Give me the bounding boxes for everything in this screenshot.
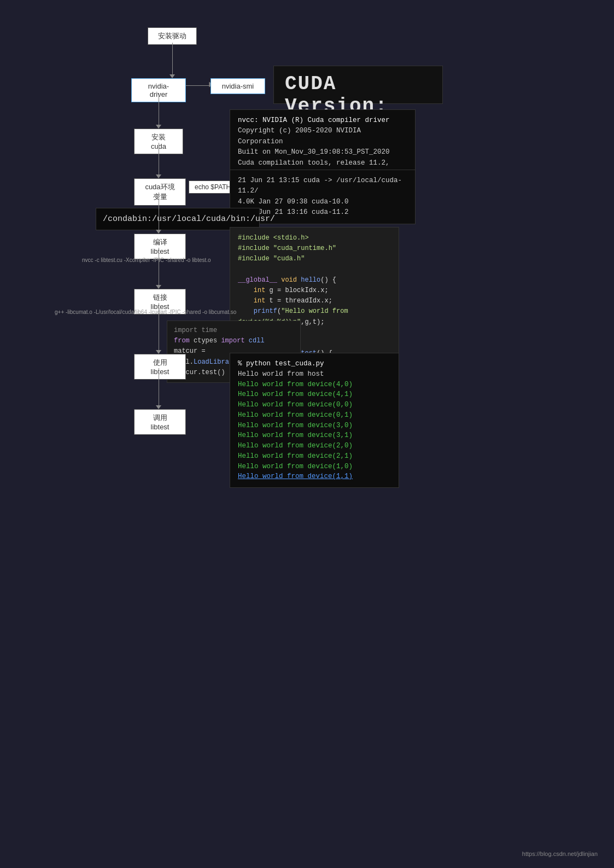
arrow7 bbox=[156, 405, 161, 409]
conn-h1 bbox=[186, 85, 210, 86]
conn1 bbox=[172, 43, 173, 77]
arrow3 bbox=[156, 174, 161, 178]
compile-cmd-label: nvcc -c libtest.cu -Xcompiler -fPIC -sha… bbox=[82, 257, 211, 263]
arrow6 bbox=[156, 350, 161, 354]
conn3 bbox=[159, 143, 159, 177]
cuda-version-display: CUDA Version: 11.2 bbox=[273, 66, 443, 104]
conn5 bbox=[159, 248, 159, 287]
arrow4 bbox=[156, 230, 161, 234]
conn2 bbox=[159, 93, 159, 127]
nvidia-smi-box: nvidia-smi bbox=[210, 78, 265, 94]
compile-libtest-box: 编译libtest bbox=[134, 234, 186, 259]
link-cmd-label: g++ -libcumat.o -L/usr/local/cuda/lib64 … bbox=[55, 309, 236, 315]
conn4 bbox=[159, 193, 159, 232]
arrow5 bbox=[156, 285, 161, 289]
conn6 bbox=[159, 303, 159, 352]
use-libtest-box: 使用libtest bbox=[134, 354, 186, 380]
conn7 bbox=[159, 368, 159, 407]
arrow2 bbox=[156, 125, 161, 129]
call-libtest-box: 调用libtest bbox=[134, 409, 186, 435]
run-output-terminal: % python test_cuda.py Hello world from h… bbox=[230, 353, 399, 488]
footer: https://blog.csdn.net/jdlinjian bbox=[522, 850, 598, 857]
cuda-env-box: cuda环境变量 bbox=[134, 178, 186, 206]
page-container: 安装驱动 nvidia-driver nvidia-smi CUDA Versi… bbox=[0, 0, 614, 868]
arrow1 bbox=[169, 74, 175, 78]
